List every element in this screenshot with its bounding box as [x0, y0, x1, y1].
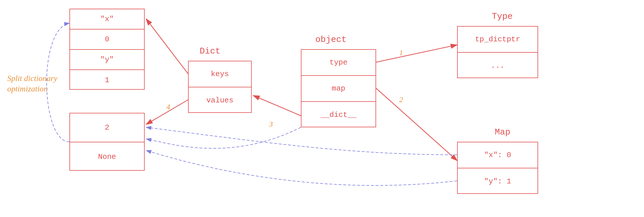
cell-2: 2	[70, 113, 144, 142]
map-y1: "y": 1	[458, 168, 538, 194]
arrow-map-y-to-val2none	[146, 150, 457, 185]
cell-1: 1	[70, 70, 144, 90]
arrow-keys-to-values	[146, 19, 188, 74]
type-ellipsis: ...	[458, 53, 538, 79]
arrow-map-x-to-val2	[146, 127, 457, 155]
cell-y: "y"	[70, 50, 144, 70]
number-3: 3	[269, 120, 273, 129]
number-4: 4	[166, 103, 170, 111]
cell-none: None	[70, 142, 144, 171]
type-label: Type	[492, 12, 513, 21]
number-2: 2	[399, 95, 403, 104]
object-box: type map __dict__	[301, 49, 376, 127]
dict-keys: keys	[189, 61, 251, 87]
dict-box: keys values	[188, 61, 252, 113]
object-label: object	[315, 35, 347, 45]
number-1: 1	[399, 49, 403, 57]
dict-label: Dict	[200, 46, 220, 56]
map-label: Map	[495, 127, 510, 137]
type-box: tp_dictptr ...	[457, 26, 538, 78]
values-box-1: "x" 0 "y" 1	[69, 9, 145, 90]
obj-dict: __dict__	[301, 102, 376, 128]
cell-0: 0	[70, 30, 144, 50]
dict-values: values	[189, 87, 251, 113]
map-x0: "x": 0	[458, 142, 538, 168]
obj-type: type	[301, 50, 376, 76]
map-box: "x": 0 "y": 1	[457, 142, 538, 194]
arrow-dict-to-dictbox	[253, 95, 301, 116]
values-box-2: 2 None	[69, 113, 145, 171]
split-label: Split dictionary optimization	[7, 73, 57, 94]
cell-x: "x"	[70, 9, 144, 30]
arrow-type-to-typebox	[376, 45, 457, 62]
arrow-map-to-mapbox	[376, 88, 457, 161]
type-dictptr: tp_dictptr	[458, 27, 538, 53]
obj-map: map	[301, 76, 376, 102]
arrow-objdict-to-val2	[146, 127, 301, 148]
diagram: Split dictionary optimization "x" 0 "y" …	[0, 0, 644, 217]
